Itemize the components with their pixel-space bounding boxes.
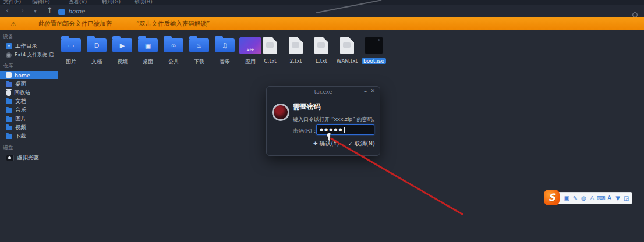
ime-keyboard-icon[interactable]: ⌨ bbox=[597, 195, 604, 201]
password-dots: ●●●●● bbox=[320, 127, 344, 132]
sidebar-item-workspace[interactable]: ≡ 工作目录 bbox=[0, 42, 58, 51]
banner-text: 此位置的部分文件已被加密 bbox=[38, 20, 112, 28]
password-dialog: tar.exe – ✕ 需要密码 键入口令以打开 “xxx.zip” 的密码。 … bbox=[266, 86, 380, 156]
desktop-folder-icon bbox=[6, 82, 12, 87]
dialog-title: tar.exe bbox=[267, 89, 380, 95]
pictures-folder-icon: ▭ bbox=[61, 38, 81, 52]
dialog-heading: 需要密码 bbox=[293, 102, 321, 112]
menu-item-help[interactable]: 帮助(H) bbox=[134, 0, 153, 5]
sidebar-item-music[interactable]: 音乐 bbox=[0, 106, 58, 115]
sidebar-header-devices: 设备 bbox=[3, 33, 58, 41]
folder-label: 下载 bbox=[194, 58, 204, 66]
file-item[interactable]: WAN.txt bbox=[334, 35, 360, 64]
sidebar-header-places: 仓库 bbox=[3, 62, 58, 70]
file-label: 2.txt bbox=[290, 58, 302, 64]
sidebar-header-disks: 磁盘 bbox=[3, 144, 58, 151]
folder-label: 文档 bbox=[91, 58, 102, 66]
ime-pen-icon[interactable]: ✎ bbox=[572, 195, 579, 201]
ime-skin-icon[interactable]: ▼ bbox=[614, 195, 622, 201]
ime-toolbox-icon[interactable]: ◲ bbox=[622, 195, 630, 201]
file-label: C.txt bbox=[264, 58, 277, 64]
confirm-icon: ✚ bbox=[313, 141, 318, 147]
folder-emblem: D bbox=[94, 42, 99, 49]
cancel-button[interactable]: ✓ 取消(N) bbox=[348, 140, 375, 148]
folder-item-pictures[interactable]: ▭ 图片 bbox=[58, 35, 84, 66]
sidebar-item-label: 工作目录 bbox=[15, 42, 37, 50]
sidebar-item-label: 虚拟光驱 bbox=[17, 154, 39, 162]
chevron-down-icon[interactable]: ▾ bbox=[34, 8, 37, 14]
sidebar-item-pictures[interactable]: 图片 bbox=[0, 115, 58, 123]
sidebar-item-trash[interactable]: 回收站 bbox=[0, 88, 58, 97]
sidebar-item-desktop[interactable]: 桌面 bbox=[0, 80, 58, 88]
text-file-icon bbox=[289, 37, 303, 54]
sidebar: 设备 ≡ 工作目录 Ext4 文件系统 启… • 仓库 home 桌面 回收站 … bbox=[0, 30, 58, 242]
folder-item-documents[interactable]: D 文档 bbox=[84, 35, 109, 66]
file-manager-window: 文件(F) 编辑(E) 查看(V) 转到(G) 帮助(H) ‹ › ▾ ↑ ho… bbox=[0, 0, 644, 242]
folder-item-downloads[interactable]: ♨ 下载 bbox=[186, 35, 212, 66]
sidebar-item-downloads[interactable]: 下载 bbox=[0, 132, 58, 141]
notification-banner: ⚠ 此位置的部分文件已被加密 “双击文件后输入密码解锁” bbox=[0, 17, 644, 30]
menu-item-go[interactable]: 转到(G) bbox=[102, 0, 121, 5]
sidebar-item-label: 音乐 bbox=[15, 106, 26, 114]
file-item[interactable]: C.txt bbox=[257, 35, 283, 64]
dialog-message: 键入口令以打开 “xxx.zip” 的密码。 bbox=[293, 116, 378, 123]
documents-folder-icon: D bbox=[87, 38, 107, 52]
ime-globe-icon[interactable]: ◍ bbox=[580, 195, 588, 201]
location-breadcrumb[interactable]: home bbox=[68, 8, 84, 15]
ime-person-icon[interactable]: ♙ bbox=[589, 195, 596, 201]
menu-bar: 文件(F) 编辑(E) 查看(V) 转到(G) 帮助(H) bbox=[0, 0, 644, 5]
text-file-icon bbox=[263, 37, 277, 54]
folder-emblem: ▣ bbox=[145, 42, 151, 49]
sidebar-item-label: 图片 bbox=[15, 115, 26, 123]
sidebar-item-label: 文档 bbox=[15, 98, 26, 105]
folder-emblem: ∞ bbox=[171, 42, 176, 49]
workspace-icon: ≡ bbox=[6, 43, 12, 49]
menu-item-file[interactable]: 文件(F) bbox=[3, 0, 21, 5]
file-item[interactable]: L.txt bbox=[309, 35, 334, 64]
red-annotation-arrow bbox=[330, 137, 463, 215]
file-item[interactable]: 2.txt bbox=[283, 35, 309, 64]
app-badge: APP bbox=[247, 48, 254, 52]
sidebar-item-videos[interactable]: 视频 bbox=[0, 123, 58, 132]
cancel-label: 取消(N) bbox=[355, 140, 375, 148]
file-label: L.txt bbox=[316, 58, 327, 64]
menu-item-view[interactable]: 查看(V) bbox=[69, 0, 87, 5]
text-file-icon bbox=[314, 37, 328, 54]
file-label: WAN.txt bbox=[337, 58, 358, 64]
ime-font-icon[interactable]: A bbox=[606, 195, 613, 201]
disk-device-icon bbox=[6, 52, 12, 58]
menu-item-edit[interactable]: 编辑(E) bbox=[32, 0, 50, 5]
folder-item-music[interactable]: ♫ 音乐 bbox=[212, 35, 238, 66]
sidebar-item-label: 下载 bbox=[15, 133, 26, 140]
text-file-icon bbox=[340, 37, 354, 54]
ime-logo-icon[interactable]: S bbox=[544, 190, 560, 205]
location-folder-icon bbox=[58, 9, 65, 15]
password-input[interactable]: ●●●●● bbox=[316, 124, 374, 135]
file-grid: C.txt 2.txt L.txt WAN.txt boot.iso bbox=[257, 35, 388, 64]
folder-label: 应用 bbox=[245, 58, 256, 66]
iso-file-item-selected[interactable]: boot.iso bbox=[360, 35, 388, 64]
folder-item-public[interactable]: ∞ 公共 bbox=[161, 35, 186, 66]
search-icon[interactable] bbox=[632, 12, 638, 17]
sidebar-item-label: home bbox=[15, 72, 30, 79]
sidebar-item-optical-drive[interactable]: 虚拟光驱 bbox=[0, 152, 58, 163]
forward-icon[interactable]: › bbox=[21, 6, 24, 15]
sidebar-item-filesystem[interactable]: Ext4 文件系统 启… • bbox=[0, 51, 58, 59]
downloads-folder-icon: ♨ bbox=[189, 38, 209, 52]
up-icon[interactable]: ↑ bbox=[47, 6, 53, 15]
minimize-icon[interactable]: – bbox=[364, 88, 367, 94]
folder-item-videos[interactable]: ▶ 视频 bbox=[109, 35, 135, 66]
back-icon[interactable]: ‹ bbox=[6, 6, 9, 15]
folder-label: 图片 bbox=[66, 58, 76, 66]
ime-mode-icon[interactable]: ▣ bbox=[563, 195, 571, 201]
public-folder-icon: ∞ bbox=[164, 38, 183, 52]
close-icon[interactable]: ✕ bbox=[370, 88, 375, 94]
folder-emblem: ▶ bbox=[120, 42, 125, 49]
folder-item-desktop[interactable]: ▣ 桌面 bbox=[135, 35, 161, 66]
sidebar-item-documents[interactable]: 文档 bbox=[0, 97, 58, 106]
folder-emblem: ♨ bbox=[196, 42, 202, 49]
sidebar-item-home[interactable]: home bbox=[0, 71, 58, 79]
iso-file-icon bbox=[365, 37, 383, 54]
sidebar-item-label: 桌面 bbox=[15, 80, 26, 88]
lock-record-icon bbox=[272, 104, 289, 121]
